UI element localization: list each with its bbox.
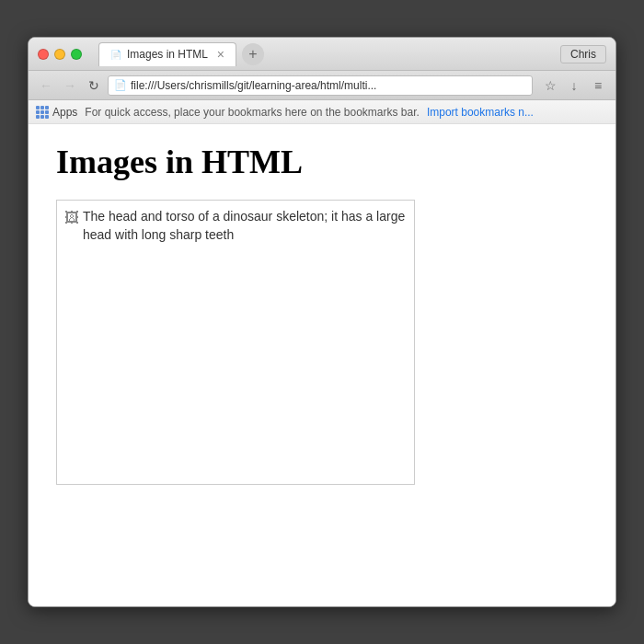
tab-close-icon[interactable]: × [217, 48, 224, 61]
minimize-button[interactable] [54, 49, 65, 60]
maximize-button[interactable] [71, 49, 82, 60]
broken-image-icon: 🖼 [64, 210, 79, 226]
apps-button[interactable]: Apps [36, 106, 77, 119]
back-button[interactable]: ← [36, 75, 56, 96]
page-content: Images in HTML 🖼 The head and torso of a… [29, 124, 615, 606]
address-text: file:///Users/chrismills/git/learning-ar… [131, 79, 526, 92]
tab-bar: 📄 Images in HTML × + [98, 42, 553, 66]
browser-tab[interactable]: 📄 Images in HTML × [98, 42, 236, 66]
import-bookmarks-link[interactable]: Import bookmarks n... [427, 106, 534, 119]
address-bar[interactable]: 📄 file:///Users/chrismills/git/learning-… [108, 75, 533, 96]
new-tab-button[interactable]: + [242, 43, 264, 65]
image-placeholder: 🖼 The head and torso of a dinosaur skele… [56, 200, 415, 485]
refresh-button[interactable]: ↻ [84, 75, 104, 96]
download-icon[interactable]: ↓ [564, 75, 584, 96]
nav-icons: ☆ ↓ ≡ [540, 75, 608, 96]
nav-bar: ← → ↻ 📄 file:///Users/chrismills/git/lea… [29, 71, 615, 100]
forward-button[interactable]: → [60, 75, 80, 96]
bookmarks-bar: Apps For quick access, place your bookma… [29, 100, 615, 124]
apps-label: Apps [52, 106, 77, 119]
close-button[interactable] [38, 49, 49, 60]
traffic-lights [38, 49, 82, 60]
tab-favicon-icon: 📄 [110, 50, 121, 60]
page-title: Images in HTML [56, 143, 588, 181]
title-bar: 📄 Images in HTML × + Chris [29, 38, 615, 71]
tab-title: Images in HTML [127, 48, 212, 61]
bookmarks-message: For quick access, place your bookmarks h… [85, 106, 420, 119]
star-icon[interactable]: ☆ [540, 75, 560, 96]
apps-grid-icon [36, 106, 49, 119]
browser-window: 📄 Images in HTML × + Chris ← → ↻ 📄 file:… [28, 37, 616, 607]
image-alt-text: The head and torso of a dinosaur skeleto… [83, 208, 407, 244]
menu-icon[interactable]: ≡ [588, 75, 608, 96]
address-file-icon: 📄 [114, 79, 127, 91]
user-badge: Chris [560, 45, 606, 63]
